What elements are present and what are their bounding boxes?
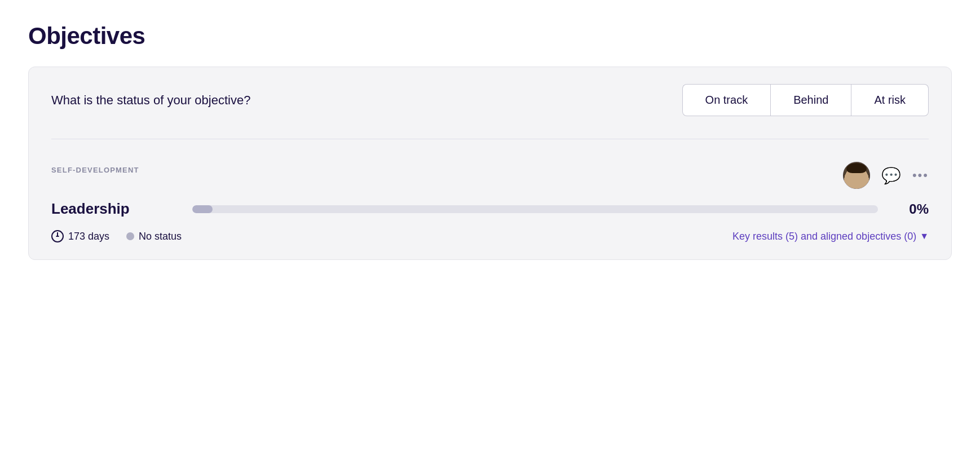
status-dot [126, 232, 134, 240]
objective-title-row: Leadership 0% [51, 200, 929, 218]
objective-actions: 💬 ••• [843, 162, 929, 189]
progress-percent: 0% [895, 201, 929, 217]
status-question-row: What is the status of your objective? On… [51, 84, 929, 116]
status-button-group: On track Behind At risk [682, 84, 929, 116]
objective-section: SELF-DEVELOPMENT 💬 ••• Leadership 0% [51, 156, 929, 242]
key-results-link[interactable]: Key results (5) and aligned objectives (… [732, 231, 929, 242]
category-label: SELF-DEVELOPMENT [51, 166, 139, 174]
at-risk-button[interactable]: At risk [851, 84, 929, 116]
clock-icon [51, 230, 64, 242]
chevron-down-icon: ▼ [920, 231, 929, 241]
meta-left: 173 days No status [51, 230, 182, 242]
days-info: 173 days [51, 230, 109, 242]
page-title: Objectives [28, 23, 952, 50]
days-remaining-text: 173 days [68, 231, 109, 242]
objective-title: Leadership [51, 200, 175, 218]
avatar[interactable] [843, 162, 870, 189]
no-status-label: No status [139, 231, 182, 242]
status-question-text: What is the status of your objective? [51, 93, 250, 108]
objective-meta-row: 173 days No status Key results (5) and a… [51, 230, 929, 242]
section-divider [51, 139, 929, 139]
comment-icon[interactable]: 💬 [881, 166, 901, 185]
progress-bar-fill [192, 205, 213, 213]
objective-header: SELF-DEVELOPMENT 💬 ••• [51, 162, 929, 189]
more-options-icon[interactable]: ••• [912, 168, 929, 183]
on-track-button[interactable]: On track [682, 84, 771, 116]
behind-button[interactable]: Behind [770, 84, 851, 116]
objectives-card: What is the status of your objective? On… [28, 67, 952, 260]
no-status-indicator: No status [126, 231, 182, 242]
progress-bar [192, 205, 878, 213]
key-results-text: Key results (5) and aligned objectives (… [732, 231, 916, 242]
